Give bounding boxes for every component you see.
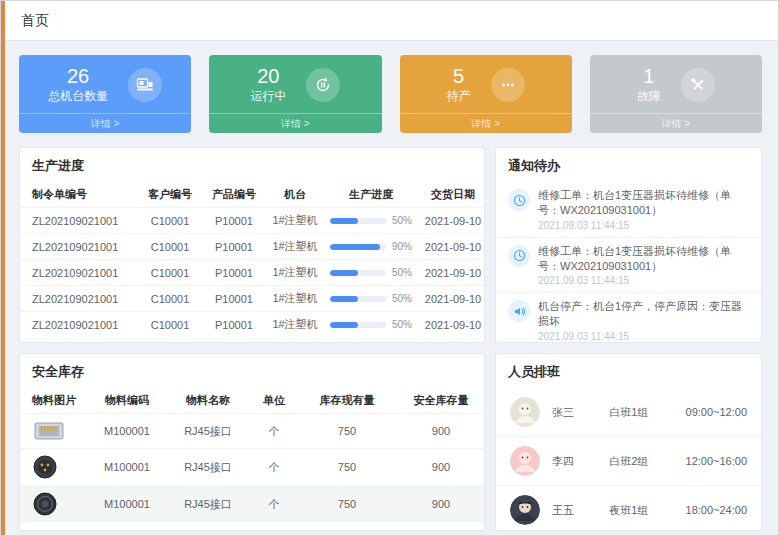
table-row: ZL202109021001 C10001 P10001 1#注塑机 50% 2… xyxy=(20,286,485,312)
column-header: 机台 xyxy=(266,182,324,208)
product-number: P10001 xyxy=(202,286,266,312)
stat-cards-row: 26 总机台数量 详情 > 20 运行中 xyxy=(19,55,762,133)
notice-item[interactable]: 机台停产：机台1停产，停产原因：变压器损坏 2021.09.03 11:44:1… xyxy=(496,292,761,343)
machine-name: 1#注塑机 xyxy=(266,208,324,234)
column-header: 交货日期 xyxy=(418,182,485,208)
staff-row: 李四 白班2组 12:00~16:00 xyxy=(496,436,761,485)
detail-link[interactable]: 详情 > xyxy=(590,113,762,133)
material-unit: 个 xyxy=(248,414,300,449)
ellipsis-icon xyxy=(491,68,525,102)
safety-quantity: 900 xyxy=(394,414,485,449)
main-content: 26 总机台数量 详情 > 20 运行中 xyxy=(1,41,778,531)
progress-percent: 50% xyxy=(392,319,412,330)
product-number: P10001 xyxy=(202,208,266,234)
material-code: M100001 xyxy=(86,414,168,449)
stat-value: 1 xyxy=(637,65,661,88)
panel-title: 通知待办 xyxy=(496,148,761,182)
product-number: P10001 xyxy=(202,312,266,338)
page-header: 首页 xyxy=(1,1,778,41)
production-progress-panel: 生产进度 制令单编号 客户编号 产品编号 机台 生产进度 交货日期 xyxy=(19,147,485,343)
production-table: 制令单编号 客户编号 产品编号 机台 生产进度 交货日期 ZL202109021… xyxy=(20,182,485,337)
table-row: ZL202109021001 C10001 P10001 1#注塑机 50% 2… xyxy=(20,260,485,286)
notice-time: 2021.09.03 11:44:15 xyxy=(538,331,749,342)
stock-quantity: 750 xyxy=(300,414,394,449)
delivery-date: 2021-09-10 xyxy=(418,286,485,312)
column-header: 物料编码 xyxy=(86,388,168,414)
material-unit: 个 xyxy=(248,449,300,486)
staff-name: 李四 xyxy=(552,454,597,469)
table-row: M100001 RJ45接口 个 750 900 xyxy=(20,486,485,523)
panel-title: 生产进度 xyxy=(20,148,484,182)
progress-bar: 90% xyxy=(327,241,415,252)
material-unit: 个 xyxy=(248,486,300,523)
table-row: M100001 RJ45接口 个 750 900 xyxy=(20,414,485,449)
notice-time: 2021.09.03 11:44:15 xyxy=(538,275,749,286)
material-image-cell xyxy=(20,449,86,486)
delivery-date: 2021-09-10 xyxy=(418,312,485,338)
customer-number: C10001 xyxy=(138,286,202,312)
notice-text: 机台停产：机台1停产，停产原因：变压器损坏 xyxy=(538,299,749,329)
panel-title: 人员排班 xyxy=(496,354,761,388)
stat-value: 26 xyxy=(48,65,108,88)
stat-card-total-machines[interactable]: 26 总机台数量 详情 > xyxy=(19,55,191,133)
table-row: ZL202109021001 C10001 P10001 1#注塑机 90% 2… xyxy=(20,234,485,260)
order-number: ZL202109021001 xyxy=(20,234,138,260)
staff-time: 12:00~16:00 xyxy=(686,455,747,467)
stat-value: 20 xyxy=(250,65,286,88)
notice-item[interactable]: 维修工单：机台1变压器损坏待维修（单号：WX202109031001） 2021… xyxy=(496,182,761,237)
column-header: 单位 xyxy=(248,388,300,414)
stat-card-waiting[interactable]: 5 待产 详情 > xyxy=(400,55,572,133)
order-number: ZL202109021001 xyxy=(20,208,138,234)
notice-text: 维修工单：机台1变压器损坏待维修（单号：WX202109031001） xyxy=(538,244,749,274)
table-row: ZL202109021001 C10001 P10001 1#注塑机 50% 2… xyxy=(20,208,485,234)
notice-text: 维修工单：机台1变压器损坏待维修（单号：WX202109031001） xyxy=(538,188,749,218)
stat-label: 故障 xyxy=(637,88,661,105)
material-name: RJ45接口 xyxy=(168,414,248,449)
column-header: 产品编号 xyxy=(202,182,266,208)
machine-name: 1#注塑机 xyxy=(266,260,324,286)
delivery-date: 2021-09-10 xyxy=(418,208,485,234)
stock-quantity: 750 xyxy=(300,486,394,523)
staff-name: 张三 xyxy=(552,405,597,420)
detail-link[interactable]: 详情 > xyxy=(209,113,381,133)
stat-value: 5 xyxy=(447,65,471,88)
detail-link[interactable]: 详情 > xyxy=(19,113,191,133)
stat-label: 待产 xyxy=(447,88,471,105)
table-header-row: 制令单编号 客户编号 产品编号 机台 生产进度 交货日期 xyxy=(20,182,485,208)
staff-shift: 夜班1组 xyxy=(609,503,673,518)
product-number: P10001 xyxy=(202,260,266,286)
progress-bar: 50% xyxy=(327,293,415,304)
notice-time: 2021.09.03 11:44:15 xyxy=(538,220,749,231)
clock-icon xyxy=(508,189,530,211)
machine-name: 1#注塑机 xyxy=(266,312,324,338)
dashboard-screen: 首页 26 总机台数量 详情 > 20 xyxy=(0,0,779,536)
stat-label: 总机台数量 xyxy=(48,88,108,105)
detail-link[interactable]: 详情 > xyxy=(400,113,572,133)
progress-percent: 50% xyxy=(392,215,412,226)
avatar xyxy=(510,397,540,427)
column-header: 客户编号 xyxy=(138,182,202,208)
safety-quantity: 900 xyxy=(394,486,485,523)
material-image-cell xyxy=(20,414,86,449)
staff-row: 王五 夜班1组 18:00~24:00 xyxy=(496,485,761,531)
notice-item[interactable]: 维修工单：机台1变压器损坏待维修（单号：WX202109031001） 2021… xyxy=(496,237,761,293)
table-row: ZL202109021001 C10001 P10001 1#注塑机 50% 2… xyxy=(20,312,485,338)
progress-bar: 50% xyxy=(327,267,415,278)
delivery-date: 2021-09-10 xyxy=(418,260,485,286)
stat-card-running[interactable]: 20 运行中 详情 > xyxy=(209,55,381,133)
stat-card-fault[interactable]: 1 故障 详情 > xyxy=(590,55,762,133)
round-connector-image xyxy=(32,454,58,480)
material-code: M100001 xyxy=(86,486,168,523)
avatar xyxy=(510,495,540,525)
customer-number: C10001 xyxy=(138,208,202,234)
order-number: ZL202109021001 xyxy=(20,286,138,312)
column-header: 安全库存量 xyxy=(394,388,485,414)
stat-label: 运行中 xyxy=(250,88,286,105)
column-header: 制令单编号 xyxy=(20,182,138,208)
notices-panel: 通知待办 维修工单：机台1变压器损坏待维修（单号：WX202109031001）… xyxy=(495,147,762,343)
rj45-connector-image xyxy=(32,419,66,443)
column-header: 物料图片 xyxy=(20,388,86,414)
table-row: M100001 RJ45接口 个 750 900 xyxy=(20,449,485,486)
customer-number: C10001 xyxy=(138,234,202,260)
left-accent-bar xyxy=(1,1,5,535)
